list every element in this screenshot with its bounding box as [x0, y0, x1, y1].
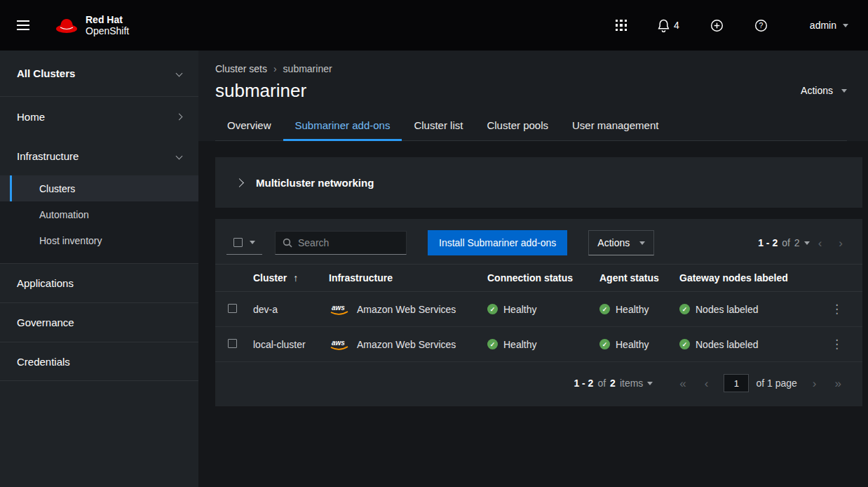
connection-status[interactable]: Healthy: [487, 304, 536, 315]
select-row-checkbox[interactable]: [228, 339, 237, 348]
previous-page-button[interactable]: ‹: [696, 378, 717, 389]
breadcrumb-current: submariner: [283, 63, 332, 74]
breadcrumb-separator-icon: ›: [273, 63, 277, 74]
table-row: dev-a aws Amazon Web Services: [215, 292, 862, 327]
username: admin: [810, 20, 836, 31]
actions-label: Actions: [801, 85, 833, 96]
column-label: Agent status: [599, 272, 659, 283]
submariner-addons-table: Cluster ↑ Infrastructure Connection stat…: [215, 264, 862, 362]
nav-toggle-button[interactable]: [13, 16, 34, 34]
column-label: Gateway nodes labeled: [679, 272, 788, 283]
pagination-total: 2: [610, 378, 616, 389]
sidebar-item-infrastructure[interactable]: Infrastructure: [0, 136, 198, 175]
table-actions-dropdown[interactable]: Actions: [588, 230, 654, 255]
aws-icon: aws: [329, 302, 350, 316]
breadcrumb-cluster-sets-link[interactable]: Cluster sets: [215, 63, 267, 74]
tab-cluster-pools[interactable]: Cluster pools: [475, 112, 560, 140]
sort-by-cluster-button[interactable]: Cluster ↑: [253, 272, 298, 283]
pagination-of-label: of: [597, 378, 606, 389]
sidebar-item-clusters[interactable]: Clusters: [0, 175, 198, 201]
masthead: Red Hat OpenShift 4 ? ad: [0, 0, 868, 51]
notifications-button[interactable]: 4: [658, 19, 679, 32]
question-circle-icon: ?: [754, 19, 768, 32]
status-label: Nodes labeled: [696, 304, 759, 315]
page-actions-dropdown[interactable]: Actions: [801, 85, 847, 96]
search-field: [275, 231, 407, 255]
page-header: Cluster sets › submariner submariner Act…: [198, 51, 868, 141]
select-row-checkbox[interactable]: [228, 304, 237, 313]
column-header-cluster: Cluster ↑: [247, 265, 323, 292]
status-label: Healthy: [616, 304, 649, 315]
pagination-of-label: of: [782, 237, 790, 248]
next-page-button[interactable]: ›: [830, 237, 851, 249]
first-page-button[interactable]: «: [671, 378, 694, 389]
tab-label: User management: [572, 119, 658, 131]
status-label: Healthy: [503, 339, 536, 350]
redhat-openshift-logo: Red Hat OpenShift: [55, 14, 129, 36]
perspective-switcher[interactable]: All Clusters: [0, 51, 198, 97]
svg-text:aws: aws: [332, 304, 345, 312]
sidebar-item-governance[interactable]: Governance: [0, 302, 198, 342]
search-input[interactable]: [298, 237, 399, 248]
bell-icon: [658, 19, 670, 32]
kebab-menu-button[interactable]: ⋮: [827, 302, 847, 316]
help-button[interactable]: ?: [754, 19, 768, 32]
create-button[interactable]: [710, 19, 724, 32]
multicluster-networking-section[interactable]: Multicluster networking: [215, 157, 862, 208]
masthead-toolbar: 4 ? admin: [616, 19, 868, 32]
app-launcher-button[interactable]: [616, 20, 628, 32]
sidebar-item-automation[interactable]: Automation: [0, 201, 198, 227]
chevron-down-icon: [804, 241, 810, 245]
agent-status[interactable]: Healthy: [599, 339, 649, 350]
bulk-select-dropdown[interactable]: [226, 231, 262, 255]
sidebar-item-label: Governance: [17, 316, 74, 328]
chevron-down-icon: [250, 241, 255, 244]
sidebar-item-label: Infrastructure: [17, 150, 79, 162]
perspective-label: All Clusters: [17, 67, 75, 79]
plus-circle-icon: [710, 19, 724, 32]
check-circle-icon: [599, 339, 610, 349]
status-label: Healthy: [616, 339, 649, 350]
sidebar-item-label: Credentials: [17, 356, 70, 368]
tab-overview[interactable]: Overview: [215, 112, 283, 140]
pagination-options-menu[interactable]: 1 - 2 of 2: [758, 237, 810, 248]
tab-user-management[interactable]: User management: [560, 112, 670, 140]
submariner-addons-card: Install Submariner add-ons Actions 1 - 2…: [215, 219, 862, 406]
check-circle-icon: [487, 304, 498, 314]
last-page-button[interactable]: »: [827, 378, 850, 389]
tab-label: Cluster pools: [487, 119, 548, 131]
tab-submariner-add-ons[interactable]: Submariner add-ons: [283, 112, 402, 140]
page-number-input[interactable]: [724, 374, 749, 392]
agent-status[interactable]: Healthy: [599, 304, 649, 315]
user-menu-button[interactable]: admin: [810, 20, 848, 31]
page-navigation: « ‹ of 1 page › »: [671, 374, 850, 392]
sort-ascending-icon: ↑: [293, 272, 298, 283]
gateway-nodes-status[interactable]: Nodes labeled: [679, 339, 759, 350]
column-header-gateway-nodes-labeled: Gateway nodes labeled: [674, 265, 821, 292]
tab-label: Submariner add-ons: [295, 119, 391, 131]
sidebar-item-credentials[interactable]: Credentials: [0, 342, 198, 381]
previous-page-button[interactable]: ‹: [810, 237, 831, 249]
breadcrumb: Cluster sets › submariner: [215, 63, 847, 74]
next-page-button[interactable]: ›: [804, 378, 825, 389]
actions-label: Actions: [597, 237, 630, 248]
sidebar-item-applications[interactable]: Applications: [0, 263, 198, 302]
kebab-menu-button[interactable]: ⋮: [827, 337, 847, 352]
connection-status[interactable]: Healthy: [487, 339, 536, 350]
check-circle-icon: [599, 304, 610, 314]
items-per-page-menu[interactable]: 1 - 2 of 2 items: [574, 378, 653, 389]
column-header-agent-status: Agent status: [594, 265, 674, 292]
tab-cluster-list[interactable]: Cluster list: [402, 112, 475, 140]
sidebar-item-home[interactable]: Home: [0, 97, 198, 136]
install-submariner-add-ons-button[interactable]: Install Submariner add-ons: [428, 230, 567, 255]
sidebar-item-label: Clusters: [39, 183, 75, 194]
chevron-down-icon: [647, 382, 653, 385]
gateway-nodes-status[interactable]: Nodes labeled: [679, 304, 759, 315]
product-name: OpenShift: [86, 25, 129, 36]
sidebar-item-host-inventory[interactable]: Host inventory: [0, 227, 198, 253]
cluster-name: dev-a: [247, 292, 323, 327]
chevron-down-icon: [843, 24, 848, 27]
sidebar-item-label: Automation: [39, 209, 89, 220]
select-all-checkbox[interactable]: [233, 238, 243, 247]
sidebar-item-label: Host inventory: [39, 235, 102, 246]
